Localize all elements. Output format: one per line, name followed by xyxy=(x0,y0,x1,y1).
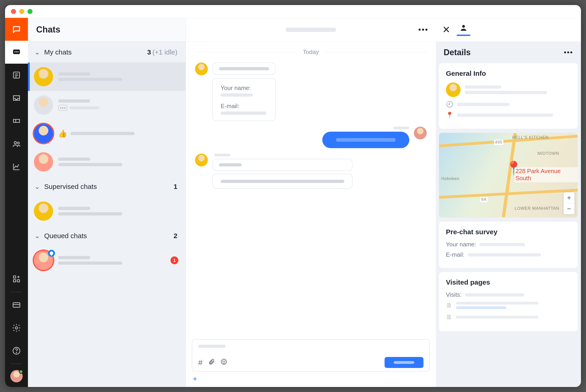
visits-label: Visits: xyxy=(446,291,462,298)
map-address: 228 Park Avenue South xyxy=(515,167,578,182)
avatar xyxy=(34,67,53,86)
minimize-window-icon[interactable] xyxy=(19,9,24,14)
thumbs-up-icon: 👍 xyxy=(58,129,67,138)
avatar xyxy=(414,126,427,140)
card-visited-pages: Visited pages Visits: 🗎 🗎 xyxy=(439,272,578,331)
svg-point-9 xyxy=(14,142,16,144)
conversation-scroll[interactable]: Today Your name: E-mail: xyxy=(186,42,436,339)
chat-item[interactable] xyxy=(28,148,186,176)
titlebar xyxy=(5,5,581,18)
visited-page-row[interactable]: 🗎 xyxy=(446,313,571,321)
svg-point-21 xyxy=(221,359,227,364)
svg-point-20 xyxy=(16,352,17,353)
maximize-window-icon[interactable] xyxy=(27,9,32,14)
nav-billing[interactable] xyxy=(5,294,28,316)
section-queued[interactable]: ⌄ Queued chats 2 xyxy=(28,225,186,246)
add-tab-button[interactable]: + xyxy=(186,374,436,387)
nav-ticket[interactable] xyxy=(5,110,28,132)
details-title-row: Details ••• xyxy=(436,42,581,63)
page-icon: 🗎 xyxy=(446,302,452,309)
section-count: 1 xyxy=(173,183,177,190)
section-count: 3 xyxy=(147,48,151,56)
avatar xyxy=(34,152,53,172)
chat-item[interactable] xyxy=(28,91,186,119)
avatar xyxy=(195,62,208,75)
svg-point-22 xyxy=(223,361,223,362)
nav-analytics[interactable] xyxy=(5,155,28,178)
nav-apps[interactable] xyxy=(5,268,28,290)
rail-divider xyxy=(11,364,22,364)
map-label: MIDTOWN xyxy=(538,151,559,156)
page-icon: 🗎 xyxy=(446,313,452,321)
close-window-icon[interactable] xyxy=(11,9,16,14)
nav-people[interactable] xyxy=(5,132,28,155)
map-label: LOWER MANHATTAN xyxy=(515,206,559,211)
section-label: My chats xyxy=(44,48,72,56)
svg-rect-13 xyxy=(17,280,19,282)
map-label: HELL'S KITCHEN xyxy=(512,135,549,140)
send-button[interactable] xyxy=(385,357,424,368)
chevron-down-icon: ⌄ xyxy=(34,48,40,56)
chat-item[interactable]: 👍 xyxy=(28,119,186,148)
zoom-in-button[interactable]: + xyxy=(564,192,575,203)
unread-badge: 1 xyxy=(170,256,178,264)
location-map[interactable]: HELL'S KITCHEN MIDTOWN Hoboken LOWER MAN… xyxy=(439,133,578,218)
nav-inbox[interactable] xyxy=(5,86,28,110)
chatlist-header: Chats xyxy=(28,18,186,42)
status-online-icon xyxy=(19,370,23,374)
attachment-icon[interactable] xyxy=(208,358,215,367)
section-label: Supervised chats xyxy=(44,183,97,190)
chat-item[interactable]: 1 xyxy=(28,246,186,274)
message-composer[interactable]: # xyxy=(192,339,430,372)
svg-point-10 xyxy=(17,142,19,144)
more-icon[interactable]: ••• xyxy=(564,48,573,56)
hash-icon[interactable]: # xyxy=(198,358,203,367)
composer-placeholder xyxy=(198,344,226,348)
more-icon[interactable]: ••• xyxy=(418,25,429,34)
nav-rail xyxy=(5,18,28,387)
survey-email-label: E-mail: xyxy=(446,251,465,258)
close-icon[interactable]: ✕ xyxy=(442,24,450,35)
section-count: 2 xyxy=(173,232,177,240)
current-user-avatar[interactable] xyxy=(10,370,23,382)
nav-help[interactable] xyxy=(5,339,28,362)
card-prechat-survey: Pre-chat survey Your name: E-mail: xyxy=(439,222,578,268)
details-panel: ✕ Details ••• General Info 🕘 xyxy=(436,18,581,387)
brand-logo[interactable] xyxy=(5,18,28,41)
survey-name-label: Your name: xyxy=(446,241,476,248)
form-name-label: Your name: xyxy=(221,84,267,92)
day-separator: Today xyxy=(195,48,427,56)
message-bubble xyxy=(212,159,353,171)
section-label: Queued chats xyxy=(44,232,87,240)
svg-rect-12 xyxy=(13,280,16,282)
visited-page-row[interactable]: 🗎 xyxy=(446,302,571,309)
prechat-form-bubble: Your name: E-mail: xyxy=(212,78,276,121)
avatar xyxy=(34,202,53,221)
message-incoming xyxy=(195,154,427,189)
nav-chats[interactable] xyxy=(5,41,28,64)
avatar xyxy=(195,154,208,166)
zoom-out-button[interactable]: − xyxy=(564,203,575,214)
section-my-chats[interactable]: ⌄ My chats 3 (+1 idle) xyxy=(28,42,186,62)
avatar xyxy=(34,96,53,115)
chat-item[interactable] xyxy=(28,197,186,225)
section-supervised[interactable]: ⌄ Supervised chats 1 xyxy=(28,176,186,197)
app-window: Chats ⌄ My chats 3 (+1 idle) xyxy=(5,5,581,387)
conversation-header: ••• xyxy=(186,18,436,42)
svg-rect-11 xyxy=(13,276,16,278)
details-tabs: ✕ xyxy=(436,18,581,42)
nav-settings[interactable] xyxy=(5,316,28,339)
nav-list[interactable] xyxy=(5,64,28,86)
chat-item[interactable] xyxy=(28,62,186,91)
message-bubble xyxy=(212,62,276,75)
message-bubble xyxy=(322,132,409,148)
conversation-title-placeholder xyxy=(286,28,336,32)
message-outgoing xyxy=(195,126,427,148)
pin-icon: 📍 xyxy=(446,112,453,118)
map-label: Hoboken xyxy=(441,176,459,181)
card-title: Pre-chat survey xyxy=(446,228,571,236)
svg-point-3 xyxy=(17,51,18,52)
tab-customer[interactable] xyxy=(457,24,470,36)
card-title: General Info xyxy=(446,70,571,78)
emoji-icon[interactable] xyxy=(220,358,227,367)
